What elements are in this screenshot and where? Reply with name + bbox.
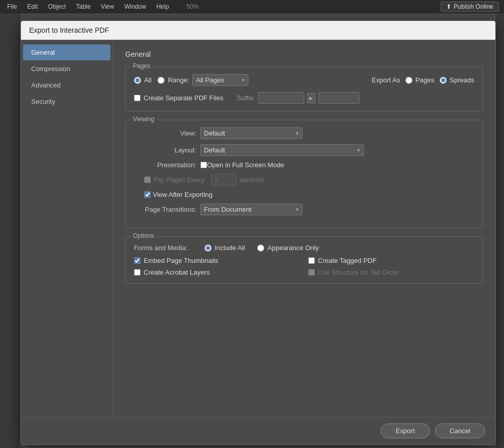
create-tagged-checkbox[interactable]	[308, 257, 315, 264]
suffix-extra-input[interactable]	[318, 92, 359, 104]
publish-icon: ⬆	[446, 3, 451, 10]
page-transitions-select[interactable]: From Document None Blinds Box Dissolve F…	[200, 204, 303, 215]
appearance-only-label: Appearance Only	[267, 244, 318, 252]
create-acrobat-label: Create Acrobat Layers	[144, 268, 210, 276]
sidebar-item-security[interactable]: Security	[23, 94, 110, 109]
separate-pdf-label: Create Separate PDF Files	[144, 94, 223, 102]
flip-pages-label: Flip Pages Every:	[154, 176, 206, 184]
layout-row: Layout: Default Single Page Two-Up Two-U…	[134, 144, 474, 156]
menu-window[interactable]: Window	[121, 3, 149, 10]
suffix-label: Suffix:	[237, 94, 255, 102]
sidebar-item-advanced[interactable]: Advanced	[23, 77, 110, 93]
pages-group: Pages All Range: All Pages	[125, 66, 483, 111]
create-tagged-label: Create Tagged PDF	[318, 257, 377, 264]
separate-pdf-checkbox[interactable]	[134, 95, 141, 101]
sidebar-item-compression[interactable]: Compression	[23, 61, 110, 77]
spreads-radio-label: Spreads	[450, 76, 474, 84]
menu-edit[interactable]: Edit	[24, 3, 41, 10]
use-structure-checkbox[interactable]	[308, 269, 315, 276]
view-row: View: Default Full Screen Fit Page Fit W…	[134, 127, 474, 139]
range-label: Range:	[168, 76, 189, 84]
open-full-screen-label: Open in Full Screen Mode	[207, 161, 284, 169]
dialog-footer: Export Cancel	[21, 417, 495, 444]
menu-object[interactable]: Object	[45, 3, 69, 10]
transitions-select-wrapper: From Document None Blinds Box Dissolve F…	[200, 204, 303, 215]
include-all-label: Include All	[215, 244, 245, 252]
spreads-radio[interactable]	[440, 77, 447, 84]
view-label: View:	[134, 129, 200, 137]
suffix-arrow-btn[interactable]: ▶	[307, 93, 315, 103]
transitions-row: Page Transitions: From Document None Bli…	[134, 204, 474, 215]
view-select[interactable]: Default Full Screen Fit Page Fit Width A…	[200, 127, 303, 139]
range-radio-group: Range: All Pages Current Page Custom	[157, 74, 248, 86]
menu-table[interactable]: Table	[73, 3, 94, 10]
menu-help[interactable]: Help	[153, 3, 172, 10]
pages-radio[interactable]	[405, 77, 413, 84]
all-radio-label: All	[144, 76, 151, 84]
view-after-row: View After Exporting	[134, 191, 474, 198]
view-after-checkbox[interactable]	[144, 191, 151, 198]
flip-pages-row: Flip Pages Every: seconds	[134, 174, 474, 186]
layout-select-wrapper: Default Single Page Two-Up Two-Up Contin…	[200, 144, 364, 156]
create-acrobat-row: Create Acrobat Layers	[134, 268, 300, 276]
viewing-group: Viewing View: Default Full Screen Fit Pa…	[125, 120, 483, 228]
forms-media-row: Forms and Media: Include All Appearance …	[134, 244, 474, 252]
pages-group-label: Pages	[131, 62, 152, 70]
appearance-only-radio[interactable]	[257, 244, 264, 252]
flip-pages-checkbox[interactable]	[144, 176, 151, 183]
all-radio-group: All	[134, 76, 151, 84]
sidebar-item-general[interactable]: General	[23, 44, 110, 60]
include-all-group: Include All	[204, 244, 245, 252]
main-panel: General Pages All Range:	[113, 40, 495, 417]
viewing-group-label: Viewing	[131, 116, 156, 123]
dialog-sidebar: General Compression Advanced Security	[21, 40, 113, 417]
dialog-title: Export to Interactive PDF	[21, 21, 495, 40]
canvas-right	[496, 13, 504, 448]
appearance-only-group: Appearance Only	[257, 244, 318, 252]
view-select-wrapper: Default Full Screen Fit Page Fit Width A…	[200, 127, 303, 139]
separate-pdf-row: Create Separate PDF Files Suffix: ▶	[134, 92, 474, 104]
use-structure-label: Use Structure for Tab Order	[318, 268, 399, 276]
seconds-label: seconds	[240, 176, 264, 184]
pages-radio-label: Pages	[416, 76, 434, 84]
embed-thumbnails-row: Embed Page Thumbnails	[134, 257, 300, 264]
page-transitions-label: Page Transitions:	[134, 206, 200, 213]
canvas-left	[0, 13, 20, 448]
include-all-radio[interactable]	[204, 244, 212, 252]
options-checkboxes-grid: Embed Page Thumbnails Create Tagged PDF …	[134, 257, 474, 276]
embed-thumbnails-label: Embed Page Thumbnails	[144, 257, 218, 264]
use-structure-row: Use Structure for Tab Order	[308, 268, 474, 276]
cancel-button[interactable]: Cancel	[435, 423, 485, 438]
embed-thumbnails-checkbox[interactable]	[134, 257, 141, 264]
range-select-wrapper: All Pages Current Page Custom	[192, 74, 248, 86]
range-select[interactable]: All Pages Current Page Custom	[192, 74, 248, 86]
presentation-label: Presentation:	[134, 161, 200, 169]
menu-view[interactable]: View	[98, 3, 117, 10]
create-acrobat-checkbox[interactable]	[134, 269, 141, 276]
section-title: General	[125, 50, 483, 58]
export-dialog: Export to Interactive PDF General Compre…	[20, 20, 496, 445]
menu-file[interactable]: File	[4, 3, 20, 10]
layout-label: Layout:	[134, 146, 200, 154]
layout-select[interactable]: Default Single Page Two-Up Two-Up Contin…	[200, 144, 364, 156]
zoom-display: 50%	[187, 3, 199, 10]
create-tagged-row: Create Tagged PDF	[308, 257, 474, 264]
pages-options-row: All Range: All Pages Current Page Custom	[134, 74, 474, 86]
dialog-body: General Compression Advanced Security Ge…	[21, 40, 495, 417]
export-as-label: Export As	[372, 76, 400, 84]
publish-online-button[interactable]: ⬆ Publish Online	[441, 2, 499, 12]
options-group-label: Options	[131, 232, 156, 239]
presentation-row: Presentation: Open in Full Screen Mode	[134, 161, 474, 169]
export-as-group: Export As Pages Spreads	[372, 76, 474, 84]
all-radio[interactable]	[134, 77, 141, 84]
pages-radio-group: Pages	[405, 76, 434, 84]
publish-label: Publish Online	[454, 3, 493, 10]
view-after-label: View After Exporting	[153, 191, 213, 198]
range-radio[interactable]	[157, 77, 165, 84]
forms-media-label: Forms and Media:	[134, 244, 200, 252]
flip-pages-input[interactable]	[211, 174, 237, 186]
export-button[interactable]: Export	[381, 423, 430, 438]
suffix-input[interactable]	[258, 92, 304, 104]
full-screen-checkbox[interactable]	[200, 162, 207, 168]
menu-bar: File Edit Object Table View Window Help …	[0, 3, 199, 10]
